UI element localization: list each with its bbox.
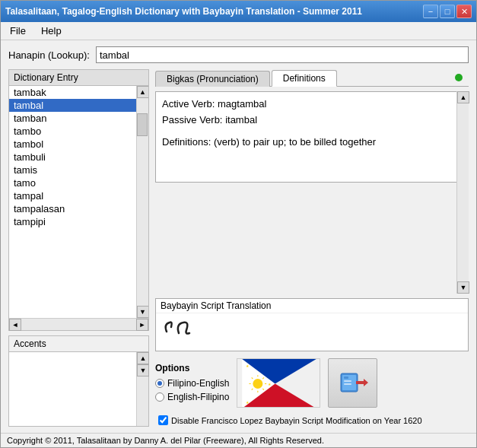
definitions-line: Definitions: (verb) to pair up; to be bi… [162, 135, 450, 151]
hscroll-left-button[interactable]: ◄ [9, 319, 21, 331]
maximize-button[interactable]: □ [440, 5, 455, 18]
list-item[interactable]: tambuli [9, 151, 136, 164]
active-verb-value: magtambal [218, 98, 266, 110]
list-item[interactable]: tambak [9, 86, 136, 99]
radio-filipino-english[interactable]: Filipino-English [155, 378, 229, 389]
accents-body [9, 352, 136, 426]
radio-english-filipino-label: English-Filipino [167, 392, 229, 402]
status-text: Copyright © 2011, Talasalitaan by Danny … [7, 436, 324, 445]
scroll-up-button[interactable]: ▲ [137, 86, 149, 98]
radio-english-filipino-btn[interactable] [155, 392, 164, 402]
horizontal-scrollbar: ◄ ► [9, 318, 148, 330]
radio-english-filipino[interactable]: English-Filipino [155, 392, 229, 402]
lookup-row: Hanapin (Lookup): [8, 46, 469, 63]
list-item[interactable]: tampipi [9, 215, 136, 228]
menu-bar: File Help [1, 22, 476, 40]
baybayin-script [156, 313, 468, 348]
list-item[interactable]: tambol [9, 138, 136, 151]
list-item[interactable]: tamis [9, 164, 136, 176]
flag-svg: ★ ★ ★ [237, 359, 320, 408]
radio-filipino-english-label: Filipino-English [167, 378, 229, 389]
baybayin-label: Baybayin Script Translation [156, 299, 468, 313]
definition-box: Active Verb: magtambal Passive Verb: ita… [155, 91, 469, 183]
list-item[interactable]: tambal [9, 99, 136, 112]
accents-content: ▲ ▼ [9, 352, 148, 426]
disable-francisco-checkbox[interactable] [158, 415, 168, 425]
scroll-down-button[interactable]: ▼ [137, 306, 149, 318]
svg-rect-17 [344, 377, 348, 379]
tab-pronunciation[interactable]: Bigkas (Pronunciation) [155, 71, 270, 87]
checkbox-label: Disable Francisco Lopez Baybayin Script … [171, 416, 422, 425]
main-panel: Dictionary Entry tambak tambal tamban ta… [8, 69, 469, 427]
status-bar: Copyright © 2011, Talasalitaan by Danny … [1, 433, 476, 447]
definitions-label: Definitions: [162, 136, 211, 148]
minimize-button[interactable]: − [423, 5, 438, 18]
passive-verb-line: Passive Verb: itambal [162, 113, 450, 129]
active-verb-line: Active Verb: magtambal [162, 97, 450, 113]
list-item[interactable]: tampalasan [9, 202, 136, 215]
dict-scrollbar: ▲ ▼ [136, 86, 148, 318]
accents-scroll-up[interactable]: ▲ [137, 352, 149, 364]
list-item[interactable]: tamban [9, 112, 136, 125]
definitions-value: (verb) to pair up; to be billed together [214, 136, 376, 148]
dictionary-list: tambak tambal tamban tambo tambol tambul… [9, 86, 136, 318]
dictionary-header: Dictionary Entry [9, 70, 148, 86]
definition-container: Active Verb: magtambal Passive Verb: ita… [155, 91, 469, 294]
close-button[interactable]: ✕ [456, 5, 472, 18]
baybayin-section: Baybayin Script Translation [155, 298, 469, 351]
scroll-thumb[interactable] [137, 113, 148, 136]
hscroll-track [21, 319, 136, 330]
menu-file[interactable]: File [4, 24, 32, 38]
accents-group: Accents ▲ ▼ [8, 335, 149, 427]
title-controls: − □ ✕ [423, 5, 472, 18]
checkbox-row: Disable Francisco Lopez Baybayin Script … [155, 414, 469, 427]
title-bar: Talasalitaan, Tagalog-English Dictionary… [1, 1, 476, 22]
options-section: Options Filipino-English English-Filipin… [155, 356, 469, 409]
menu-help[interactable]: Help [35, 24, 68, 38]
scroll-track [137, 98, 148, 306]
tab-definitions[interactable]: Definitions [272, 70, 337, 87]
hscroll-right-button[interactable]: ► [136, 319, 148, 331]
window-title: Talasalitaan, Tagalog-English Dictionary… [5, 6, 362, 17]
dict-list-container: tambak tambal tamban tambo tambol tambul… [9, 86, 148, 318]
list-item[interactable]: tambo [9, 125, 136, 138]
left-panel: Dictionary Entry tambak tambal tamban ta… [8, 69, 149, 427]
active-verb-label: Active Verb: [162, 98, 215, 110]
def-scroll-up[interactable]: ▲ [457, 91, 469, 103]
exit-icon [338, 367, 368, 398]
svg-point-3 [253, 379, 263, 389]
svg-rect-18 [344, 380, 351, 382]
right-panel: Bigkas (Pronunciation) Definitions Activ… [155, 69, 469, 427]
def-scroll-down[interactable]: ▼ [457, 281, 469, 294]
passive-verb-label: Passive Verb: [162, 114, 223, 126]
philippine-flag: ★ ★ ★ [237, 358, 320, 408]
exit-button[interactable] [328, 358, 377, 408]
accents-header: Accents [9, 336, 148, 352]
lookup-input[interactable] [96, 46, 469, 63]
list-item[interactable]: tampal [9, 189, 136, 202]
tab-bar: Bigkas (Pronunciation) Definitions [155, 69, 469, 87]
list-item[interactable]: tamo [9, 176, 136, 189]
content-area: Hanapin (Lookup): Dictionary Entry tamba… [1, 40, 476, 433]
lookup-label: Hanapin (Lookup): [8, 49, 90, 61]
main-window: Talasalitaan, Tagalog-English Dictionary… [0, 0, 477, 448]
def-scrollbar: ▲ ▼ [456, 91, 469, 294]
options-title: Options [155, 363, 229, 373]
options-box: Options Filipino-English English-Filipin… [155, 363, 229, 402]
baybayin-svg [162, 316, 208, 341]
dictionary-group: Dictionary Entry tambak tambal tamban ta… [8, 69, 149, 331]
svg-rect-19 [344, 383, 351, 385]
accents-scrollbar: ▲ ▼ [136, 352, 148, 426]
radio-filipino-english-btn[interactable] [155, 379, 164, 388]
passive-verb-value: itambal [225, 114, 257, 126]
status-indicator [455, 74, 463, 81]
accents-scroll-down[interactable]: ▼ [137, 364, 149, 377]
